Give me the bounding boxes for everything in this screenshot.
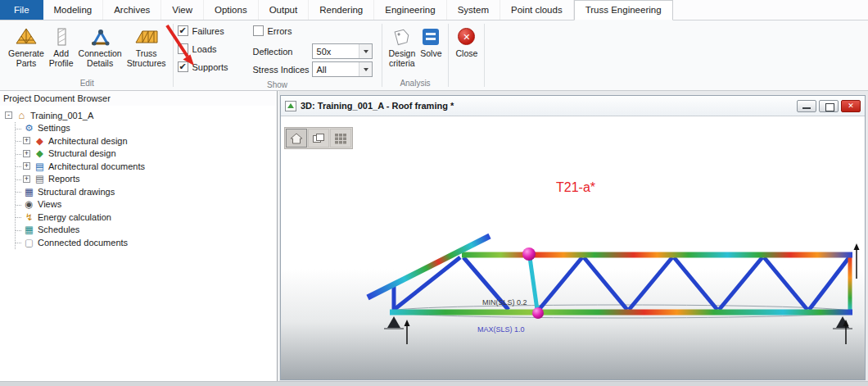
- failures-label: Failures: [192, 26, 224, 36]
- solve-button[interactable]: Solve: [418, 23, 444, 60]
- tab-rendering[interactable]: Rendering: [309, 0, 374, 20]
- show-group-label: Show: [174, 79, 381, 90]
- expand-expander[interactable]: +: [23, 175, 30, 183]
- deflection-value: 50x: [317, 47, 332, 57]
- tree-item-architectural-documents[interactable]: + ▤ Architectural documents: [16, 160, 275, 173]
- tab-output[interactable]: Output: [259, 0, 310, 20]
- maximize-button[interactable]: [819, 100, 839, 112]
- group-separator: [484, 24, 485, 87]
- tab-point-clouds[interactable]: Point clouds: [500, 0, 574, 20]
- checkbox-box: [253, 25, 264, 36]
- tab-system[interactable]: System: [447, 0, 500, 20]
- web-member: [539, 257, 582, 310]
- deflection-dropdown[interactable]: 50x: [312, 43, 373, 59]
- document-tree: - ⌂ Training_001_A ⚙ Settings + ◆ Archit…: [0, 106, 277, 249]
- tab-truss-engineering[interactable]: Truss Engineering: [574, 0, 673, 20]
- viewport-titlebar[interactable]: 3D: Training_001_A - Roof framing *: [281, 96, 865, 116]
- button-label: Truss: [136, 48, 157, 58]
- browser-title: Project Document Browser: [0, 91, 277, 106]
- add-profile-button[interactable]: Add Profile: [47, 23, 76, 70]
- close-button[interactable]: Close: [453, 23, 480, 60]
- expand-expander[interactable]: +: [23, 150, 30, 157]
- solve-equals-icon: [423, 25, 439, 48]
- tree-item-energy-calculation[interactable]: ↯ Energy calculation: [16, 211, 275, 224]
- button-label: criteria: [389, 58, 415, 68]
- button-label: Close: [455, 48, 477, 58]
- tree-item-training-001-a[interactable]: - ⌂ Training_001_A: [5, 109, 275, 122]
- expand-expander[interactable]: +: [23, 162, 30, 170]
- tree-item-label: Connected documents: [38, 238, 128, 247]
- group-separator: [382, 24, 382, 87]
- tree-item-structural-drawings[interactable]: ▦ Structural drawings: [16, 185, 275, 198]
- collapse-expander[interactable]: -: [5, 111, 12, 119]
- ribbon-group-analysis: Design criteria Solve Analysis: [383, 20, 448, 90]
- button-label: Solve: [420, 48, 441, 58]
- tree-item-schedules[interactable]: ▦ Schedules: [16, 224, 275, 237]
- tree-item-label: Energy calculation: [38, 212, 111, 222]
- button-label: Add: [53, 48, 69, 58]
- stress-indices-dropdown[interactable]: All: [312, 61, 373, 77]
- report-icon: ▤: [34, 173, 46, 184]
- ribbon-group-show: ✔ Failures Errors Loads Deflection 50x: [174, 20, 381, 90]
- tree-item-label: Architectural design: [48, 136, 128, 146]
- generate-parts-button[interactable]: Generate Parts: [6, 23, 47, 70]
- tab-modeling[interactable]: Modeling: [43, 0, 104, 20]
- group-separator: [448, 24, 449, 87]
- tree-item-reports[interactable]: + ▤ Reports: [16, 173, 275, 186]
- web-member: [584, 257, 627, 310]
- tab-archives[interactable]: Archives: [103, 0, 161, 20]
- ribbon-tab-bar: File Modeling Archives View Options Outp…: [0, 0, 868, 20]
- support-triangle: [387, 316, 400, 328]
- close-window-button[interactable]: [841, 100, 861, 112]
- tab-options[interactable]: Options: [204, 0, 259, 20]
- loads-label: Loads: [192, 44, 217, 54]
- home-view-button[interactable]: [286, 129, 307, 148]
- tree-item-label: Structural design: [48, 148, 116, 158]
- min-sls-label: MIN(SLS) 0.2: [482, 298, 527, 307]
- structural-design-icon: ◆: [34, 148, 46, 159]
- web-member: [530, 257, 537, 310]
- truss-gable-icon: [16, 25, 37, 48]
- supports-checkbox[interactable]: ✔ Supports: [178, 61, 243, 72]
- design-criteria-button[interactable]: Design criteria: [387, 23, 418, 70]
- tree-item-architectural-design[interactable]: + ◆ Architectural design: [16, 134, 275, 148]
- supports-label: Supports: [192, 62, 228, 72]
- checkbox-box: ✔: [178, 25, 188, 36]
- window-icon: [285, 101, 296, 111]
- tree-item-settings[interactable]: ⚙ Settings: [16, 122, 275, 135]
- tab-engineering[interactable]: Engineering: [374, 0, 446, 20]
- button-label: Connection: [79, 48, 122, 58]
- truss-name-label: T21-a*: [556, 180, 595, 194]
- tab-view[interactable]: View: [161, 0, 204, 20]
- expand-expander[interactable]: +: [23, 137, 30, 144]
- ribbon-group-edit: Generate Parts Add Profile Connection De…: [2, 20, 172, 90]
- house-view-icon: [290, 133, 303, 144]
- cascade-windows-icon: [312, 133, 325, 144]
- tree-item-connected-documents[interactable]: ▢ Connected documents: [16, 236, 275, 249]
- tree-children: ⚙ Settings + ◆ Architectural design + ◆ …: [15, 122, 275, 249]
- web-member: [719, 257, 762, 310]
- connection-node-icon: [89, 25, 111, 48]
- web-member: [629, 257, 672, 310]
- tree-item-structural-design[interactable]: + ◆ Structural design: [16, 148, 275, 161]
- tree-item-label: Architectural documents: [48, 161, 145, 171]
- failures-checkbox[interactable]: ✔ Failures: [178, 25, 243, 36]
- tab-file[interactable]: File: [0, 0, 43, 20]
- viewport-canvas[interactable]: T21-a* MIN(SLS) 0.2 MAX(SLS) 1.0: [281, 116, 865, 379]
- schedule-icon: ▦: [23, 224, 35, 235]
- minimize-button[interactable]: [797, 100, 816, 112]
- edit-group-label: Edit: [2, 78, 172, 90]
- cascade-view-button[interactable]: [308, 129, 329, 148]
- truss-structures-button[interactable]: Truss Structures: [124, 23, 169, 70]
- tree-item-label: Schedules: [38, 225, 79, 234]
- loads-checkbox[interactable]: Loads: [178, 43, 243, 54]
- errors-checkbox[interactable]: Errors: [253, 25, 377, 36]
- grid-view-button[interactable]: [330, 129, 351, 148]
- button-label: Parts: [16, 58, 37, 68]
- truss-3d-view: T21-a* MIN(SLS) 0.2 MAX(SLS) 1.0: [281, 116, 865, 362]
- workspace: 3D: Training_001_A - Roof framing *: [278, 91, 868, 381]
- window-controls: [797, 100, 861, 112]
- drawing-icon: ▦: [23, 186, 35, 198]
- connection-details-button[interactable]: Connection Details: [76, 23, 124, 70]
- tree-item-views[interactable]: ◉ Views: [16, 198, 275, 211]
